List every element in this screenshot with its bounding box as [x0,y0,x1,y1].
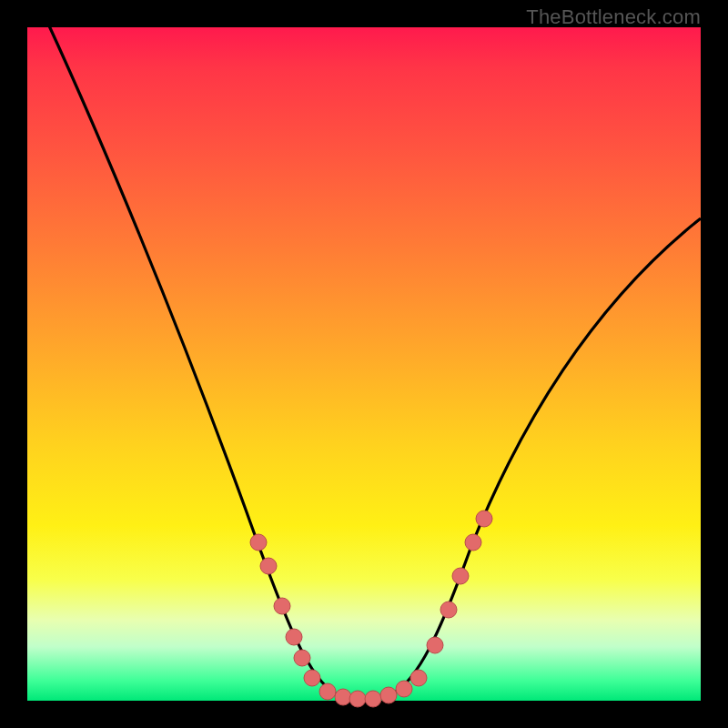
watermark-text: TheBottleneck.com [526,5,701,29]
dot-right-1 [410,670,427,686]
dot-left-6 [304,670,320,686]
dot-right-4 [452,568,469,584]
dot-bottom-6 [396,681,412,697]
dot-bottom-5 [380,687,397,703]
dot-left-3 [274,598,290,614]
chart-frame: TheBottleneck.com [0,0,728,728]
dot-bottom-3 [349,691,366,707]
curve-layer [27,27,701,701]
dot-bottom-2 [335,689,351,705]
marker-group [250,511,492,707]
dot-right-5 [465,534,481,551]
dot-right-2 [427,637,443,653]
dot-right-3 [440,602,457,618]
dot-left-4 [286,629,302,645]
dot-left-5 [294,650,310,666]
dot-bottom-1 [319,683,336,700]
dot-right-6 [476,511,492,527]
plot-area [27,27,701,701]
dot-left-2 [260,558,277,574]
dot-bottom-4 [365,691,381,707]
bottleneck-curve [47,22,701,699]
dot-left-1 [250,534,267,551]
